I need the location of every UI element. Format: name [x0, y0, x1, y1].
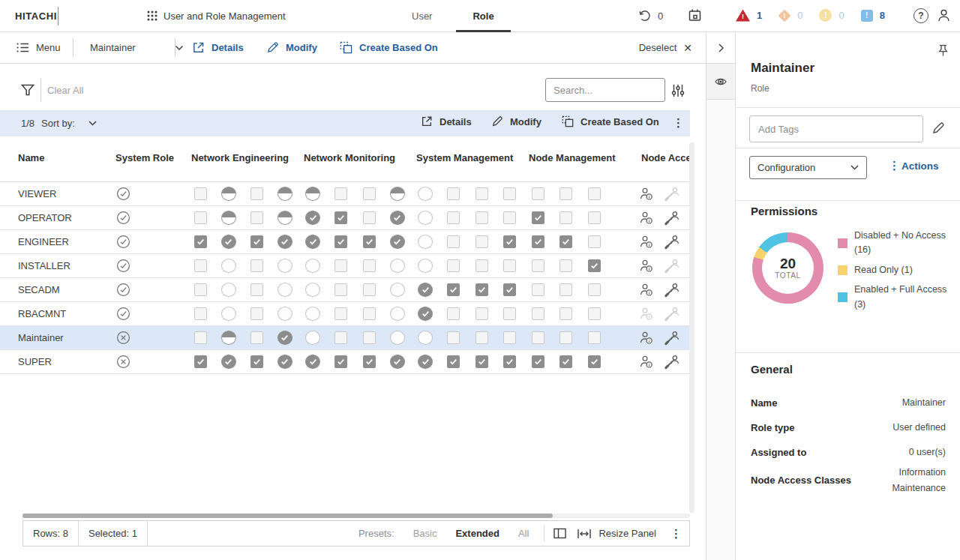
alert-critical[interactable]: !1 — [736, 10, 762, 22]
selection-position: 1/8 — [21, 118, 34, 129]
permission-cell — [250, 235, 263, 248]
preset-basic[interactable]: Basic — [413, 528, 437, 539]
pin-icon[interactable] — [938, 44, 949, 57]
table-row-viewer[interactable]: VIEWER — [0, 182, 690, 206]
footer-kebab[interactable]: ⋮ — [663, 528, 689, 539]
deselect-button[interactable]: Deselect ✕ — [639, 32, 692, 63]
field-label: Role type — [751, 422, 795, 433]
maintenance-tools-icon — [664, 186, 680, 202]
horizontal-scrollbar[interactable] — [22, 514, 553, 518]
collapse-panel-button[interactable] — [706, 32, 735, 64]
permission-cell — [447, 235, 460, 248]
column-settings-icon[interactable] — [671, 84, 685, 97]
table-row-rbacmnt[interactable]: RBACMNT — [0, 302, 690, 326]
maintenance-tools-icon — [664, 234, 680, 250]
permission-cell — [278, 211, 292, 225]
preset-extended[interactable]: Extended — [455, 528, 500, 539]
permission-cell — [503, 259, 516, 272]
resize-panel-button[interactable]: Resize Panel — [575, 528, 663, 540]
table-row-secadm[interactable]: SECADM — [0, 278, 690, 302]
selection-dropdown[interactable]: Maintainer — [90, 32, 184, 63]
permission-cell — [532, 283, 544, 296]
system-role-yes-icon — [116, 187, 130, 201]
actions-kebab[interactable]: ⋮ — [889, 159, 900, 172]
clear-all-button[interactable]: Clear All — [47, 85, 83, 96]
user-info-icon — [639, 331, 654, 346]
table-row-engineer[interactable]: ENGINEER — [0, 230, 690, 254]
role-list-area: Clear All 1/8 Sort by: Details — [0, 64, 706, 560]
configuration-select[interactable]: Configuration — [749, 156, 867, 179]
tab-user[interactable]: User — [409, 0, 435, 32]
field-value: Maintainer — [777, 395, 946, 411]
divider — [40, 79, 41, 102]
user-info-icon — [639, 307, 654, 322]
permission-cell — [476, 355, 488, 368]
refresh-icon[interactable] — [638, 9, 652, 22]
sort-by-dropdown[interactable] — [88, 121, 97, 126]
permission-cell — [390, 235, 405, 249]
preset-all[interactable]: All — [518, 528, 529, 539]
permission-cell — [363, 211, 376, 224]
scheduler-icon[interactable] — [688, 8, 702, 22]
permission-cell — [363, 331, 376, 344]
permission-cell — [447, 259, 460, 272]
role-table: VIEWEROPERATORENGINEERINSTALLERSECADMRBA… — [0, 182, 690, 374]
permission-cell — [447, 307, 460, 320]
general-field-name: NameMaintainer — [751, 391, 946, 415]
tab-role[interactable]: Role — [470, 0, 496, 32]
table-row-operator[interactable]: OPERATOR — [0, 206, 690, 230]
permission-cell — [532, 355, 544, 368]
vertical-scrollbar[interactable] — [689, 142, 694, 513]
pencil-icon — [266, 41, 279, 54]
add-tags-input[interactable] — [749, 115, 923, 142]
permission-cell — [476, 187, 488, 200]
maintenance-tools-icon — [664, 354, 680, 370]
create-based-on-button[interactable]: Create Based On — [340, 32, 438, 63]
preview-eye-button[interactable] — [706, 64, 735, 100]
details-button-secondary[interactable]: Details — [421, 115, 472, 127]
field-value: User defined — [795, 420, 946, 436]
maintenance-tools-icon — [664, 306, 680, 322]
user-info-icon — [639, 259, 654, 274]
table-row-super[interactable]: SUPER — [0, 350, 690, 374]
create-based-on-button-secondary[interactable]: Create Based On — [562, 115, 659, 127]
alert-major[interactable]: !0 — [778, 10, 802, 22]
permission-cell — [221, 283, 236, 297]
permission-cell — [560, 283, 572, 296]
alert-info[interactable]: !8 — [861, 10, 885, 22]
field-value: InformationMaintenance — [851, 465, 946, 496]
permission-cell — [532, 259, 544, 272]
alert-minor[interactable]: !0 — [819, 9, 844, 22]
search-input[interactable] — [545, 78, 665, 102]
permission-cell — [503, 355, 516, 368]
divider — [73, 38, 74, 57]
details-button[interactable]: Details — [192, 32, 244, 63]
edit-tags-icon[interactable] — [932, 121, 945, 135]
permission-cell — [588, 355, 601, 368]
eye-icon — [714, 76, 728, 88]
actions-button[interactable]: Actions — [902, 160, 939, 172]
permission-cell — [503, 211, 516, 224]
filter-icon[interactable] — [21, 84, 34, 97]
permission-cell — [532, 235, 544, 248]
user-info-icon — [639, 355, 654, 370]
panel-strip — [706, 32, 735, 560]
user-profile-icon[interactable] — [937, 8, 951, 22]
exclamation-glyph: ! — [784, 12, 786, 19]
permission-cell — [418, 307, 433, 321]
help-icon[interactable]: ? — [914, 8, 928, 23]
permission-cell — [278, 355, 292, 369]
more-actions-kebab[interactable]: ⋮ — [673, 117, 684, 128]
general-field-assigned-to: Assigned to0 user(s) — [751, 440, 946, 465]
modify-button[interactable]: Modify — [266, 32, 317, 63]
table-row-maintainer[interactable]: Maintainer — [0, 326, 690, 350]
permission-cell — [532, 331, 544, 344]
table-row-installer[interactable]: INSTALLER — [0, 254, 690, 278]
column-layout-icon[interactable] — [544, 527, 575, 540]
modify-button-secondary[interactable]: Modify — [491, 115, 542, 127]
pencil-icon — [491, 115, 503, 127]
sort-by-label: Sort by: — [41, 118, 75, 129]
app-grid-icon[interactable] — [147, 10, 158, 21]
menu-button[interactable]: Menu — [16, 32, 61, 63]
permission-cell — [363, 187, 376, 200]
